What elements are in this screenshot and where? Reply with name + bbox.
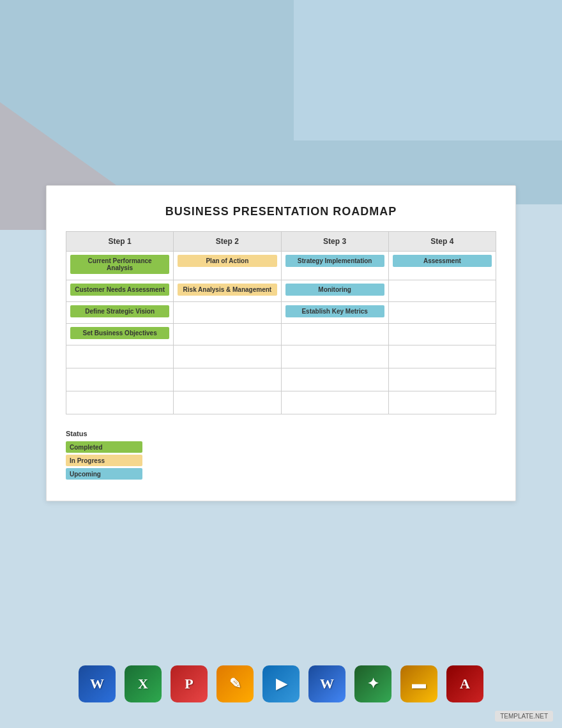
table-cell [388,368,496,391]
table-cell [174,368,281,391]
app-icon-letter: ▬ [412,676,426,692]
app-icon-gdocs[interactable]: W [308,665,346,702]
col-header-step1: Step 1 [66,232,174,252]
legend-section: Status CompletedIn ProgressUpcoming [66,430,496,480]
table-cell [388,324,496,345]
table-cell [281,391,388,414]
table-cell: Plan of Action [174,252,281,280]
col-header-step3: Step 3 [281,232,388,252]
cell-badge: Current Performance Analysis [70,255,169,274]
template-badge: TEMPLATE.NET [495,711,553,722]
legend-item: Upcoming [66,468,496,480]
table-cell [388,391,496,414]
table-cell: Current Performance Analysis [66,252,174,280]
legend-color-box: In Progress [66,455,142,466]
app-icon-ppt[interactable]: P [171,665,208,702]
app-icon-letter: P [185,676,193,692]
app-icon-letter: ✦ [367,676,379,692]
table-cell: Assessment [388,252,496,280]
background-light-blue [294,0,562,140]
cell-badge: Strategy Implementation [285,255,384,267]
app-icon-pdf[interactable]: A [446,665,483,702]
table-cell [281,368,388,391]
legend-color-box: Upcoming [66,468,142,480]
cell-badge: Establish Key Metrics [285,305,384,317]
table-row: Customer Needs AssessmentRisk Analysis &… [66,280,496,302]
table-cell: Customer Needs Assessment [66,280,174,302]
table-cell: Define Strategic Vision [66,302,174,324]
table-row: Define Strategic VisionEstablish Key Met… [66,302,496,324]
legend-items: CompletedIn ProgressUpcoming [66,441,496,480]
app-icon-excel[interactable]: X [125,665,162,702]
legend-color-box: Completed [66,441,142,453]
cell-badge: Set Business Objectives [70,327,169,339]
cell-badge: Define Strategic Vision [70,305,169,317]
table-cell: Monitoring [281,280,388,302]
cell-badge: Risk Analysis & Management [178,284,277,296]
cell-badge: Assessment [393,255,492,267]
app-icon-word[interactable]: W [79,665,116,702]
table-row [66,368,496,391]
table-cell [174,302,281,324]
table-cell [388,280,496,302]
app-icon-pages[interactable]: ✎ [216,665,254,702]
app-icon-letter: W [90,676,104,692]
cell-badge: Monitoring [285,284,384,296]
table-row [66,345,496,368]
legend-item: Completed [66,441,496,453]
app-toolbar: WXP✎▶W✦▬A [0,665,562,702]
table-cell [66,368,174,391]
main-card: BUSINESS PRESENTATION ROADMAP Step 1 Ste… [46,185,516,501]
col-header-step4: Step 4 [388,232,496,252]
app-icon-keynote[interactable]: ▶ [262,665,300,702]
table-cell: Set Business Objectives [66,324,174,345]
app-icon-gsheets[interactable]: ✦ [354,665,391,702]
table-row: Current Performance AnalysisPlan of Acti… [66,252,496,280]
table-row [66,391,496,414]
legend-item: In Progress [66,455,496,466]
app-icon-letter: ▶ [276,676,287,692]
legend-title: Status [66,430,496,437]
table-cell [174,324,281,345]
table-cell [281,345,388,368]
table-cell: Risk Analysis & Management [174,280,281,302]
card-title: BUSINESS PRESENTATION ROADMAP [66,205,496,218]
cell-badge: Customer Needs Assessment [70,284,169,296]
app-icon-gslides[interactable]: ▬ [400,665,437,702]
table-cell [66,391,174,414]
table-cell [174,391,281,414]
table-cell [388,302,496,324]
app-icon-letter: X [138,676,148,692]
roadmap-table: Step 1 Step 2 Step 3 Step 4 Current Perf… [66,231,496,414]
app-icon-letter: W [320,676,334,692]
app-icon-letter: A [460,676,470,692]
table-cell [281,324,388,345]
cell-badge: Plan of Action [178,255,277,267]
table-cell [388,345,496,368]
app-icon-letter: ✎ [229,676,241,692]
table-cell [174,345,281,368]
table-cell [66,345,174,368]
table-row: Set Business Objectives [66,324,496,345]
table-header-row: Step 1 Step 2 Step 3 Step 4 [66,232,496,252]
table-cell: Establish Key Metrics [281,302,388,324]
table-cell: Strategy Implementation [281,252,388,280]
col-header-step2: Step 2 [174,232,281,252]
